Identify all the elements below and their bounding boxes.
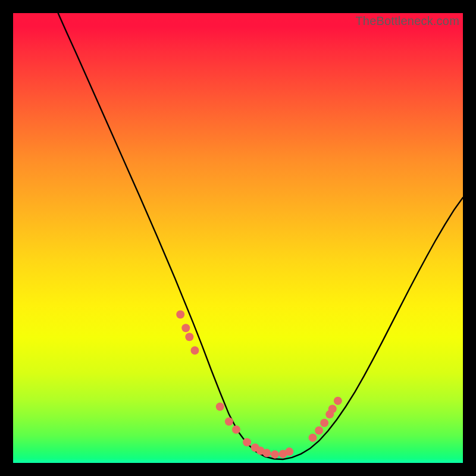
dot [190, 346, 199, 355]
dot [176, 311, 184, 319]
chart-frame: TheBottleneck.com [13, 13, 463, 463]
dot [243, 438, 251, 446]
highlight-dots [176, 311, 342, 459]
dot [320, 419, 328, 427]
dot [328, 405, 337, 413]
dot [285, 447, 293, 456]
dot [309, 434, 317, 442]
dot [216, 403, 224, 411]
dot [225, 417, 233, 425]
bottleneck-curve [58, 13, 463, 459]
dot [334, 397, 342, 405]
dot [262, 449, 271, 457]
plot-svg [13, 13, 463, 463]
watermark-text: TheBottleneck.com [355, 14, 459, 28]
dot [185, 333, 193, 341]
dot [232, 425, 240, 434]
dot [271, 450, 279, 459]
dot [315, 427, 323, 435]
dot [181, 324, 190, 332]
